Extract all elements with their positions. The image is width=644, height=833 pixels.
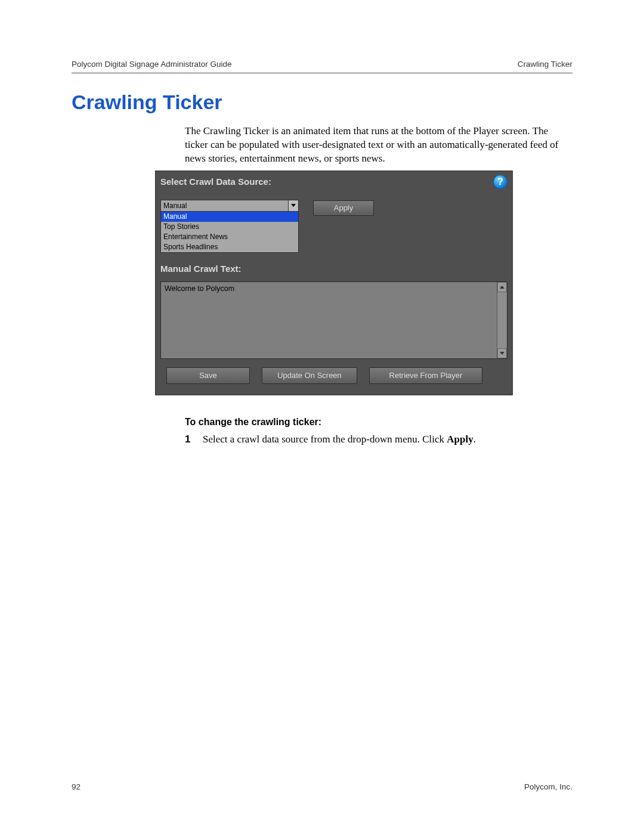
scroll-up-icon[interactable] <box>497 282 507 292</box>
header-rule <box>72 72 572 74</box>
crawl-source-dropdown[interactable]: Manual Top Stories Entertainment News Sp… <box>160 212 299 253</box>
page-number: 92 <box>72 782 80 791</box>
section-title: Crawling Ticker <box>72 91 572 114</box>
step-text: Select a crawl data source from the drop… <box>203 433 476 445</box>
header-left: Polycom Digital Signage Administrator Gu… <box>72 60 232 69</box>
source-label: Select Crawl Data Source: <box>160 176 271 187</box>
header-right: Crawling Ticker <box>518 60 572 69</box>
intro-paragraph: The Crawling Ticker is an animated item … <box>185 125 572 166</box>
crawl-settings-panel: Select Crawl Data Source: ? Manual Manua… <box>155 171 513 395</box>
textarea-scrollbar[interactable] <box>497 282 507 358</box>
step-text-b: Apply <box>447 433 473 445</box>
update-on-screen-button[interactable]: Update On Screen <box>262 367 357 384</box>
help-icon[interactable]: ? <box>493 175 507 189</box>
procedure-heading: To change the crawling ticker: <box>185 417 572 428</box>
apply-button[interactable]: Apply <box>313 200 374 216</box>
scroll-down-icon[interactable] <box>497 348 507 358</box>
step-text-c: . <box>473 433 476 445</box>
step-number: 1 <box>185 433 192 445</box>
dropdown-option-top-stories[interactable]: Top Stories <box>161 222 298 232</box>
dropdown-option-manual[interactable]: Manual <box>161 212 298 222</box>
retrieve-from-player-button[interactable]: Retrieve From Player <box>369 367 482 384</box>
chevron-down-icon[interactable] <box>288 200 298 211</box>
save-button[interactable]: Save <box>166 367 250 384</box>
dropdown-option-entertainment[interactable]: Entertainment News <box>161 232 298 242</box>
combobox-value: Manual <box>161 200 288 211</box>
crawl-source-combobox[interactable]: Manual <box>160 200 299 212</box>
manual-crawl-label: Manual Crawl Text: <box>160 264 242 274</box>
step-text-a: Select a crawl data source from the drop… <box>203 433 447 445</box>
dropdown-option-sports[interactable]: Sports Headlines <box>161 242 298 252</box>
step-1: 1 Select a crawl data source from the dr… <box>185 433 572 445</box>
footer-company: Polycom, Inc. <box>524 782 572 791</box>
manual-crawl-textarea[interactable]: Welcome to Polycom <box>161 282 497 358</box>
